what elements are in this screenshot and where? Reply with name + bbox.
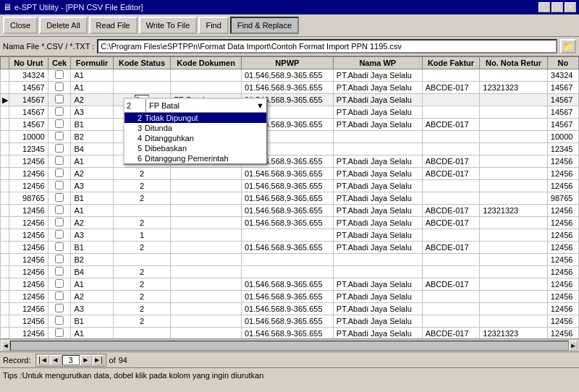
cek-cell[interactable] [48, 94, 71, 106]
cek-cell[interactable] [48, 328, 71, 339]
table-row[interactable]: 12456B1201.546.568.9-365.655PT.Abadi Jay… [1, 315, 579, 328]
scroll-left-button[interactable]: ◄ [1, 341, 10, 351]
kode-status-cell[interactable]: 1 [113, 229, 171, 242]
cek-checkbox[interactable] [55, 193, 64, 202]
filename-input[interactable] [97, 39, 557, 54]
table-row[interactable]: ▶14567A2FP Batal01.546.568.9-365.655PT.A… [1, 94, 579, 106]
cek-checkbox[interactable] [55, 218, 64, 226]
col-nota-retur[interactable]: No. Nota Retur [480, 57, 548, 69]
dropdown-item-ditanggung-pemerintah[interactable]: 6 Ditanggung Pemerintah [124, 153, 266, 163]
close-button[interactable]: × [565, 2, 576, 12]
cek-checkbox[interactable] [55, 304, 64, 312]
kode-status-cell[interactable]: 2 [113, 180, 171, 192]
kode-status-cell[interactable]: 2 [113, 217, 171, 229]
table-row[interactable]: 12456A101.546.568.9-365.655PT.Abadi Jaya… [1, 205, 579, 217]
table-row[interactable]: 34324A101.546.568.9-365.655PT.Abadi Jaya… [1, 69, 579, 82]
col-kode-faktur[interactable]: Kode Faktur [422, 57, 480, 69]
folder-button[interactable]: 📁 [560, 39, 576, 54]
table-row[interactable]: 14567A3PT.Abadi Jaya Selalu14567 [1, 106, 579, 119]
table-row[interactable]: 12456B1201.546.568.9-365.655PT.Abadi Jay… [1, 242, 579, 254]
kode-status-cell[interactable]: 2 [113, 303, 171, 315]
cek-checkbox[interactable] [55, 291, 64, 300]
kode-status-cell[interactable]: 2 [113, 168, 171, 180]
cek-checkbox[interactable] [55, 82, 64, 91]
dropdown-item-ditangguhkan[interactable]: 4 Ditangguhkan [124, 133, 266, 143]
kode-status-cell[interactable] [113, 69, 171, 82]
table-row[interactable]: 12456A3201.546.568.9-365.655PT.Abadi Jay… [1, 303, 579, 315]
nav-first-button[interactable]: |◄ [38, 355, 49, 365]
table-row[interactable]: 98765B1201.546.568.9-365.655PT.Abadi Jay… [1, 192, 579, 205]
table-row[interactable]: 10000B210000 [1, 131, 579, 143]
kode-status-cell[interactable]: 2 [113, 266, 171, 278]
cek-cell[interactable] [48, 106, 71, 119]
minimize-button[interactable]: _ [538, 2, 550, 12]
table-row[interactable]: 12456A101.546.568.9-365.655PT.Abadi Jaya… [1, 328, 579, 339]
table-row[interactable]: 12345B412345 [1, 143, 579, 155]
col-formulir[interactable]: Formulir [71, 57, 113, 69]
nav-last-button[interactable]: ►| [93, 355, 104, 365]
cek-checkbox[interactable] [55, 95, 64, 103]
dropdown-item-ditunda[interactable]: 3 Ditunda [124, 123, 266, 133]
cek-checkbox[interactable] [55, 205, 64, 214]
cek-cell[interactable] [48, 168, 71, 180]
table-container[interactable]: No Urut Cek Formulir Kode Status Kode Do… [0, 56, 579, 338]
col-npwp[interactable]: NPWP [241, 57, 333, 69]
cek-cell[interactable] [48, 266, 71, 278]
kode-status-cell[interactable] [113, 205, 171, 217]
cek-checkbox[interactable] [55, 70, 64, 79]
kode-status-cell[interactable]: 2 [113, 242, 171, 254]
cek-cell[interactable] [48, 254, 71, 266]
table-row[interactable]: 12456A2201.546.568.9-365.655PT.Abadi Jay… [1, 217, 579, 229]
col-nama-wp[interactable]: Nama WP [333, 57, 422, 69]
cek-cell[interactable] [48, 69, 71, 82]
delete-all-button[interactable]: Delete All [39, 17, 87, 34]
kode-status-dropdown[interactable]: FP Batal ▼ 2 Tidak Dipungut 3 Ditunda 4 … [123, 98, 268, 165]
find-button[interactable]: Find [198, 17, 228, 34]
close-toolbar-button[interactable]: Close [3, 17, 38, 34]
table-row[interactable]: 12456A31PT.Abadi Jaya Selalu12456 [1, 229, 579, 242]
scroll-right-button[interactable]: ► [569, 341, 578, 351]
cek-cell[interactable] [48, 82, 71, 94]
cek-cell[interactable] [48, 242, 71, 254]
cek-cell[interactable] [48, 278, 71, 291]
table-row[interactable]: 14567B101.546.568.9-365.655PT.Abadi Jaya… [1, 119, 579, 131]
cek-checkbox[interactable] [55, 119, 64, 128]
cek-checkbox[interactable] [55, 316, 64, 325]
cek-checkbox[interactable] [55, 169, 64, 177]
cek-checkbox[interactable] [55, 267, 64, 276]
dropdown-arrow-icon[interactable]: ▼ [254, 101, 266, 110]
horizontal-scrollbar[interactable] [10, 341, 569, 351]
cek-checkbox[interactable] [55, 255, 64, 263]
cek-cell[interactable] [48, 119, 71, 131]
table-row[interactable]: 12456B212456 [1, 254, 579, 266]
table-row[interactable]: 12456A3201.546.568.9-365.655PT.Abadi Jay… [1, 180, 579, 192]
maximize-button[interactable]: □ [551, 2, 563, 12]
cek-checkbox[interactable] [55, 230, 64, 239]
kode-status-cell[interactable]: 2 [113, 315, 171, 328]
cek-checkbox[interactable] [55, 107, 64, 116]
cek-checkbox[interactable] [55, 181, 64, 189]
table-row[interactable]: 12456A2201.546.568.9-365.655PT.Abadi Jay… [1, 291, 579, 303]
kode-status-cell[interactable] [113, 82, 171, 94]
col-kode-dokumen[interactable]: Kode Dokumen [171, 57, 242, 69]
cek-checkbox[interactable] [55, 144, 64, 153]
dropdown-item-tidak-dipungut[interactable]: 2 Tidak Dipungut [124, 113, 266, 123]
cek-cell[interactable] [48, 291, 71, 303]
kode-status-cell[interactable] [113, 254, 171, 266]
cek-checkbox[interactable] [55, 132, 64, 140]
cek-cell[interactable] [48, 192, 71, 205]
cek-cell[interactable] [48, 131, 71, 143]
write-to-file-button[interactable]: Write To File [139, 17, 198, 34]
kode-status-cell[interactable]: 2 [113, 291, 171, 303]
cek-checkbox[interactable] [55, 242, 64, 251]
col-no[interactable]: No [547, 57, 578, 69]
cek-checkbox[interactable] [55, 279, 64, 288]
cek-checkbox[interactable] [55, 328, 64, 337]
kode-status-cell[interactable]: 2 [113, 192, 171, 205]
table-row[interactable]: 12456B4212456 [1, 266, 579, 278]
col-cek[interactable]: Cek [48, 57, 71, 69]
cek-cell[interactable] [48, 155, 71, 168]
cek-cell[interactable] [48, 143, 71, 155]
read-file-button[interactable]: Read File [89, 17, 138, 34]
col-no-urut[interactable]: No Urut [9, 57, 48, 69]
